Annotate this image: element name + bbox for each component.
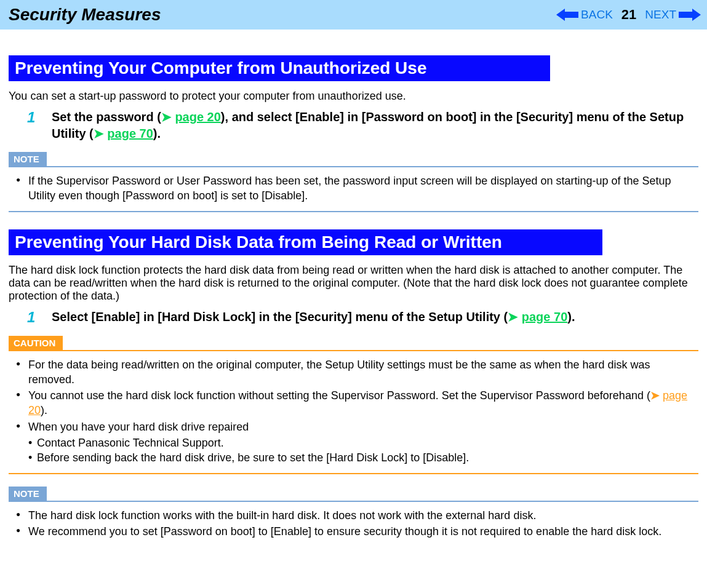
caution-box: CAUTION For the data being read/written … xyxy=(9,330,698,474)
step-text: Set the password (➤ page 20), and select… xyxy=(52,109,698,142)
page-title: Security Measures xyxy=(9,5,161,25)
note-rule xyxy=(9,211,698,212)
page-link-20[interactable]: page 20 xyxy=(175,110,220,124)
header-bar: Security Measures BACK 21 NEXT xyxy=(0,0,707,30)
text: ). xyxy=(153,127,161,140)
note-box-2: NOTE The hard disk lock function works w… xyxy=(9,480,698,547)
section2-heading: Preventing Your Hard Disk Data from Bein… xyxy=(9,229,602,255)
page-link-arrow-icon: ➤ xyxy=(508,310,522,324)
caution-item: You cannot use the hard disk lock functi… xyxy=(14,388,698,418)
note-body: If the Supervisor Password or User Passw… xyxy=(9,167,698,211)
note-body: The hard disk lock function works with t… xyxy=(9,502,698,547)
text: ). xyxy=(567,310,575,324)
note-item: The hard disk lock function works with t… xyxy=(14,508,698,523)
svg-marker-1 xyxy=(679,9,701,21)
text: ). xyxy=(41,404,47,416)
caution-label: CAUTION xyxy=(9,336,63,350)
caution-body: For the data being read/written on the o… xyxy=(9,351,698,473)
caution-subitem: Contact Panasonic Technical Support. xyxy=(28,435,698,450)
section1-step: 1 Set the password (➤ page 20), and sele… xyxy=(27,109,698,142)
content-area: Preventing Your Computer from Unauthoriz… xyxy=(0,30,707,546)
caution-item: For the data being read/written on the o… xyxy=(14,357,698,387)
page-number: 21 xyxy=(621,7,636,23)
page-link-arrow-icon: ➤ xyxy=(650,389,663,402)
section2-intro: The hard disk lock function protects the… xyxy=(9,264,698,303)
note-list: The hard disk lock function works with t… xyxy=(9,508,698,539)
step-text: Select [Enable] in [Hard Disk Lock] in t… xyxy=(52,309,575,325)
next-label: NEXT xyxy=(645,8,676,22)
nav-controls: BACK 21 NEXT xyxy=(556,7,707,23)
next-button[interactable]: NEXT xyxy=(645,8,701,22)
text: Select [Enable] in [Hard Disk Lock] in t… xyxy=(52,310,508,324)
step-number: 1 xyxy=(27,109,52,126)
note-label: NOTE xyxy=(9,487,47,501)
caution-sublist: Contact Panasonic Technical Support. Bef… xyxy=(28,435,698,466)
page-link-arrow-icon: ➤ xyxy=(161,110,175,124)
caution-item: When you have your hard disk drive repai… xyxy=(14,419,698,466)
note-label: NOTE xyxy=(9,152,47,166)
page-link-70[interactable]: page 70 xyxy=(107,127,153,140)
section1-intro: You can set a start-up password to prote… xyxy=(9,90,698,103)
svg-marker-0 xyxy=(556,9,578,21)
section2-step: 1 Select [Enable] in [Hard Disk Lock] in… xyxy=(27,309,698,326)
caution-subitem: Before sending back the hard disk drive,… xyxy=(28,450,698,465)
text: You cannot use the hard disk lock functi… xyxy=(28,389,650,402)
note-list: If the Supervisor Password or User Passw… xyxy=(9,173,698,204)
note-item: We recommend you to set [Password on boo… xyxy=(14,524,698,539)
back-label: BACK xyxy=(581,8,613,22)
next-arrow-icon xyxy=(679,9,701,21)
page-link-arrow-icon: ➤ xyxy=(94,127,108,140)
text: When you have your hard disk drive repai… xyxy=(28,421,249,433)
back-button[interactable]: BACK xyxy=(556,8,613,22)
step-number: 1 xyxy=(27,309,52,326)
note-box: NOTE If the Supervisor Password or User … xyxy=(9,146,698,212)
caution-list: For the data being read/written on the o… xyxy=(9,357,698,466)
text: Set the password ( xyxy=(52,110,161,124)
section1-heading: Preventing Your Computer from Unauthoriz… xyxy=(9,55,550,81)
page-link-70[interactable]: page 70 xyxy=(522,310,567,324)
note-item: If the Supervisor Password or User Passw… xyxy=(14,173,698,204)
back-arrow-icon xyxy=(556,9,578,21)
